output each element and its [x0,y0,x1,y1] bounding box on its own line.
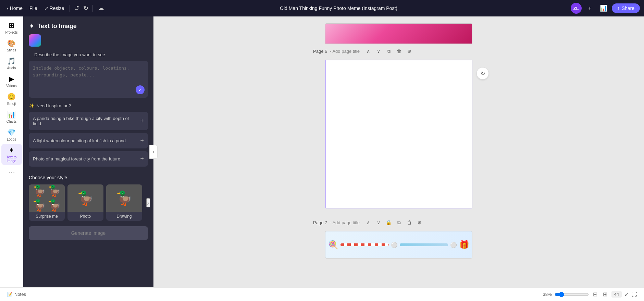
sidebar-item-logos[interactable]: 💎 Logos [1,126,22,143]
style-grid: 🦆 🦆 🦆 🦆 Surprise me 🦆 [29,184,148,221]
page7-up-button[interactable]: ∧ [364,218,373,227]
page6-delete-button[interactable]: 🗑 [395,47,404,56]
sidebar-item-emoji[interactable]: 😊 Emoji [1,91,22,108]
prev-page-preview [325,23,472,44]
page7-canvas[interactable]: 🍭 ⚪ ⚪ 🎁 [325,231,472,258]
inspiration-item-2[interactable]: A light watercolour painting of koi fish… [29,133,148,148]
zoom-out-button[interactable]: ⊟ [592,290,599,298]
text-to-image-icon: ✦ [9,146,14,154]
sidebar-item-charts[interactable]: 📊 Charts [1,108,22,125]
page6-down-button[interactable]: ∨ [374,47,383,56]
add-inspiration-1-button[interactable]: + [140,118,144,125]
redo-button[interactable]: ↻ [82,3,90,13]
zoom-level: 38% [543,292,552,297]
duck-2: 🦆 [48,184,61,197]
add-inspiration-2-button[interactable]: + [140,137,144,144]
bottom-right: 38% ⊟ ⊞ 44 ⤢ ⛶ [543,290,637,298]
page7-delete-button[interactable]: 🗑 [405,218,414,227]
prev-page-bottom [325,23,472,44]
style-next-button[interactable]: › [146,198,150,207]
zoom-in-button[interactable]: ⊞ [602,290,609,298]
page7-add-button[interactable]: ⊕ [415,218,424,227]
generate-button[interactable]: Generate image [29,226,148,240]
add-inspiration-3-button[interactable]: + [140,155,144,162]
style-section: Choose your style 🦆 🦆 🦆 🦆 Surpris [23,175,153,226]
share-button[interactable]: ↑ Share [612,3,640,13]
page7-copy-button[interactable]: ⧉ [395,218,404,227]
duck-4: 🦆 [48,199,61,212]
duck-single-drawing: 🦆 [116,184,133,212]
divider2 [92,5,93,12]
analytics-icon[interactable]: 📊 [598,3,609,14]
styles-icon: 🎨 [7,39,16,47]
file-label: File [29,5,37,11]
resize-button[interactable]: ⤢ Resize [41,4,67,12]
bottom-bar: 📝 Notes 38% ⊟ ⊞ 44 ⤢ ⛶ [0,287,644,301]
file-button[interactable]: File [27,4,40,12]
topbar-right: ZL + 📊 ↑ Share [571,3,640,14]
charts-icon: 📊 [7,110,16,119]
page7-add-title[interactable]: - Add page title [330,220,360,225]
inspiration-item-1[interactable]: A panda riding a bike through a city wit… [29,112,148,130]
panel-title: Text to Image [37,23,77,30]
main-area: ⊞ Projects 🎨 Styles 🎵 Audio ▶ Videos 😊 E… [0,16,644,287]
home-button[interactable]: ‹ Home [4,4,25,12]
hide-panel-button[interactable]: ‹ [149,145,158,159]
chevron-left-icon: ‹ [7,5,9,11]
page6-add-title[interactable]: - Add page title [330,49,360,54]
describe-textarea[interactable] [33,65,144,92]
describe-label: Describe the image you want to see [29,52,148,61]
color-palette-section [23,34,153,52]
generate-section: Generate image [23,226,153,245]
inspiration-item-3[interactable]: Photo of a magical forest city from the … [29,151,148,167]
sidebar-item-styles[interactable]: 🎨 Styles [1,37,22,54]
page6-actions: ∧ ∨ ⧉ 🗑 ⊕ [364,47,414,56]
panel-header-icon: ✦ [29,22,35,30]
panel-header: ✦ Text to Image [23,16,153,34]
style-card-surprise[interactable]: 🦆 🦆 🦆 🦆 Surprise me [29,184,65,221]
add-button[interactable]: + [584,3,595,14]
page6-content [326,60,472,208]
page6-label-row: Page 6 - Add page title ∧ ∨ ⧉ 🗑 ⊕ [313,44,484,58]
avatar[interactable]: ZL [571,3,582,14]
topbar-left: ‹ Home File ⤢ Resize ↺ ↻ ☁ [4,3,107,14]
sidebar-item-more[interactable]: ⋯ [1,166,22,178]
style-card-drawing-img: 🦆 [106,184,142,212]
sidebar-item-text-to-image[interactable]: ✦ Text to Image [1,144,22,165]
logos-icon: 💎 [7,128,16,136]
topbar-center: Old Man Thinking Funny Photo Meme (Insta… [109,5,568,11]
check-button[interactable]: ✓ [136,85,145,94]
undo-button[interactable]: ↺ [73,3,80,13]
style-card-drawing[interactable]: 🦆 Drawing [106,184,142,221]
dot-1: ⚪ [391,242,398,248]
rotate-button[interactable]: ↻ [476,67,489,80]
expand-button[interactable]: ⤢ [624,291,629,298]
page6-canvas[interactable]: ↻ [325,60,472,208]
notes-button[interactable]: 📝 Notes [7,292,26,297]
style-card-photo[interactable]: 🦆 Photo [67,184,103,221]
styles-label: Styles [7,48,16,52]
notes-label: Notes [14,292,26,297]
color-palette-icon[interactable] [29,34,41,47]
page6-add-button[interactable]: ⊕ [405,47,414,56]
style-card-photo-label: Photo [67,212,103,221]
zoom-slider[interactable] [555,292,589,297]
inspiration-section: ✨ Need inspiration? A panda riding a bik… [23,103,153,175]
page6-up-button[interactable]: ∧ [364,47,373,56]
page6-label: Page 6 [313,49,327,54]
sidebar-item-videos[interactable]: ▶ Videos [1,73,22,90]
resize-label: Resize [50,5,64,11]
page6-copy-button[interactable]: ⧉ [384,47,393,56]
page7-lock-button[interactable]: 🔒 [384,218,393,227]
page7-label-row: Page 7 - Add page title ∧ ∨ 🔒 ⧉ 🗑 ⊕ [313,215,484,230]
left-sidebar: ⊞ Projects 🎨 Styles 🎵 Audio ▶ Videos 😊 E… [0,16,23,287]
stripe-bar [340,243,389,246]
style-label: Choose your style [29,175,148,180]
page7-down-button[interactable]: ∨ [374,218,383,227]
audio-icon: 🎵 [7,57,16,65]
blue-bar [400,243,448,246]
sidebar-item-audio[interactable]: 🎵 Audio [1,55,22,72]
sparkle-icon: ✨ [29,103,34,108]
sidebar-item-projects[interactable]: ⊞ Projects [1,19,22,36]
fullscreen-button[interactable]: ⛶ [632,291,637,298]
